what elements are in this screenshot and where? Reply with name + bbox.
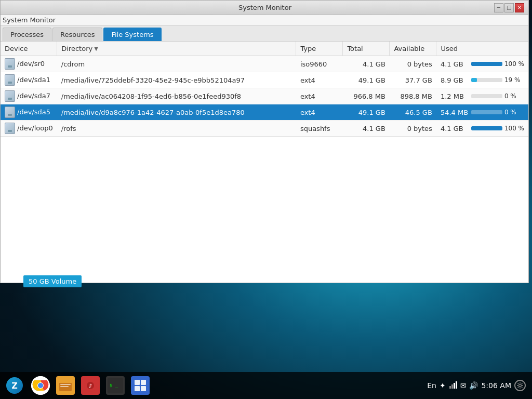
used-size-text: 54.4 MB: [441, 109, 469, 116]
app-menu-label: System Monitor: [3, 16, 56, 24]
cell-directory: /cdrom: [57, 56, 296, 72]
svg-rect-19: [454, 383, 455, 389]
usage-bar-container: 4.1 GB 100 %: [441, 125, 524, 132]
cell-total: 49.1 GB: [343, 104, 390, 121]
window-content-area: [1, 137, 528, 283]
svg-rect-20: [456, 381, 457, 389]
volume-label: 50 GB Volume: [23, 275, 82, 287]
cell-device: /dev/sda5: [1, 104, 57, 121]
taskbar-apps: ♪ $ _: [27, 374, 423, 397]
volume-icon[interactable]: 🔊: [469, 381, 478, 390]
filesystem-table-container: Device Directory ▼ Type Total: [1, 42, 528, 137]
col-header-available[interactable]: Available: [390, 42, 436, 56]
svg-point-2: [38, 383, 43, 388]
chrome-icon: [31, 376, 50, 395]
tab-processes[interactable]: Processes: [3, 28, 51, 41]
usage-bar-fill: [471, 62, 502, 66]
device-icon: [5, 90, 15, 102]
menu-bar: System Monitor: [1, 15, 528, 25]
cell-type: iso9660: [296, 56, 343, 72]
col-header-directory[interactable]: Directory ▼: [57, 42, 296, 56]
taskbar: Z: [0, 372, 532, 399]
close-button[interactable]: ✕: [515, 3, 524, 12]
table-row[interactable]: /dev/sr0/cdromiso96604.1 GB0 bytes 4.1 G…: [1, 56, 528, 72]
system-monitor-window: System Monitor − □ ✕ System Monitor Proc…: [0, 0, 529, 283]
used-percent-text: 0 %: [504, 92, 523, 100]
cell-total: 4.1 GB: [343, 121, 390, 137]
svg-rect-18: [451, 384, 453, 389]
cell-type: ext4: [296, 88, 343, 104]
used-size-text: 4.1 GB: [441, 60, 469, 68]
cell-used: 4.1 GB 100 %: [436, 121, 528, 137]
table-row[interactable]: /dev/sda5/media/live/d9a8c976-1a42-4627-…: [1, 104, 528, 121]
software-center-icon: [131, 376, 150, 395]
usage-bar-track: [471, 62, 502, 66]
cell-used: 1.2 MB 0 %: [436, 88, 528, 104]
cell-device: /dev/loop0: [1, 121, 57, 137]
cell-directory: /media/live/725ddebf-3320-45e2-945c-e9bb…: [57, 72, 296, 88]
settings-icon[interactable]: [514, 380, 526, 391]
used-percent-text: 100 %: [504, 60, 524, 68]
start-button[interactable]: Z: [2, 373, 27, 398]
taskbar-app-chrome[interactable]: [29, 374, 52, 397]
table-row[interactable]: /dev/loop0/rofssquashfs4.1 GB0 bytes 4.1…: [1, 121, 528, 137]
used-size-text: 1.2 MB: [441, 92, 469, 100]
bluetooth-icon[interactable]: ✦: [440, 381, 446, 390]
mail-icon[interactable]: ✉: [460, 381, 467, 390]
music-icon: ♪: [81, 376, 100, 395]
files-icon: [56, 376, 75, 395]
col-header-used[interactable]: Used: [436, 42, 528, 56]
filesystem-table: Device Directory ▼ Type Total: [1, 42, 528, 137]
usage-bar-fill: [471, 78, 477, 82]
maximize-button[interactable]: □: [504, 3, 514, 12]
keyboard-layout-indicator[interactable]: En: [427, 381, 436, 390]
svg-rect-17: [449, 386, 451, 389]
window-title: System Monitor: [36, 4, 494, 11]
svg-rect-16: [141, 386, 146, 391]
terminal-icon: $ _: [106, 376, 125, 395]
svg-text:$ _: $ _: [110, 383, 118, 388]
sort-arrow-icon: ▼: [94, 46, 98, 51]
taskbar-app-terminal[interactable]: $ _: [104, 374, 127, 397]
svg-rect-5: [60, 386, 69, 387]
cell-available: 0 bytes: [390, 121, 436, 137]
usage-bar-track: [471, 110, 502, 114]
col-header-type[interactable]: Type: [296, 42, 343, 56]
taskbar-app-software[interactable]: [129, 374, 152, 397]
zorin-logo: Z: [6, 377, 23, 394]
network-signal-icon[interactable]: [449, 381, 457, 391]
cell-used: 54.4 MB 0 %: [436, 104, 528, 121]
taskbar-app-music[interactable]: ♪: [79, 374, 102, 397]
clock-display: 5:06 AM: [481, 381, 511, 390]
device-icon: [5, 58, 15, 70]
taskbar-app-files[interactable]: [54, 374, 77, 397]
device-icon: [5, 107, 15, 118]
minimize-button[interactable]: −: [494, 3, 503, 12]
cell-used: 4.1 GB 100 %: [436, 56, 528, 72]
tab-filesystems[interactable]: File Systems: [103, 28, 161, 41]
usage-bar-track: [471, 94, 502, 98]
usage-bar-track: [471, 78, 502, 82]
usage-bar-container: 54.4 MB 0 %: [441, 109, 524, 116]
usage-bar-fill: [471, 126, 502, 130]
used-percent-text: 100 %: [504, 125, 524, 132]
svg-rect-15: [135, 386, 140, 391]
cell-directory: /media/live/d9a8c976-1a42-4627-a0ab-0f5e…: [57, 104, 296, 121]
table-row[interactable]: /dev/sda7/media/live/ac064208-1f95-4ed6-…: [1, 88, 528, 104]
tab-resources[interactable]: Resources: [52, 28, 102, 41]
col-header-device[interactable]: Device: [1, 42, 57, 56]
cell-total: 49.1 GB: [343, 72, 390, 88]
device-icon: [5, 123, 15, 134]
usage-bar-container: 4.1 GB 100 %: [441, 60, 524, 68]
cell-available: 0 bytes: [390, 56, 436, 72]
cell-available: 898.8 MB: [390, 88, 436, 104]
table-row[interactable]: /dev/sda1/media/live/725ddebf-3320-45e2-…: [1, 72, 528, 88]
usage-bar-container: 1.2 MB 0 %: [441, 92, 524, 100]
usage-bar-track: [471, 126, 502, 130]
used-size-text: 8.9 GB: [441, 76, 469, 84]
cell-used: 8.9 GB 19 %: [436, 72, 528, 88]
cell-total: 966.8 MB: [343, 88, 390, 104]
svg-point-21: [519, 384, 522, 387]
col-header-total[interactable]: Total: [343, 42, 390, 56]
table-header-row: Device Directory ▼ Type Total: [1, 42, 528, 56]
